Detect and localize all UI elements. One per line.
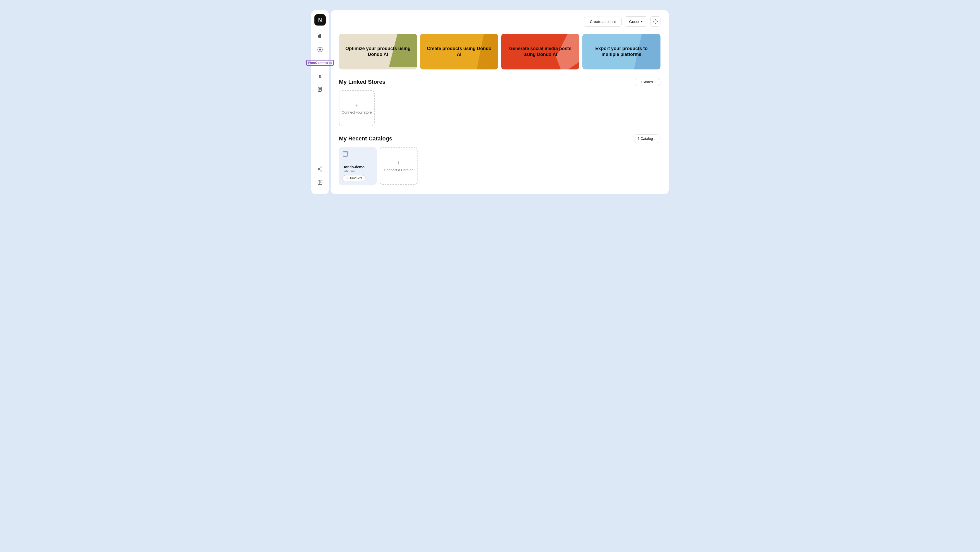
toggle-sidebar-icon[interactable] [314,177,326,188]
svg-point-9 [321,170,322,171]
connect-store-label: Connect your store [342,110,372,114]
catalog-name: Dondo-demo [342,165,364,169]
main-content: Create account Guest ▾ Optimize your pro… [331,10,669,194]
linked-stores-header: My Linked Stores 0 Stores › [339,78,660,86]
catalogs-count-label: 1 Catalog [638,137,653,141]
create-banner[interactable]: Create products using Dondo AI [420,34,498,69]
amazon-letter: a [318,73,321,79]
share-icon[interactable] [314,163,326,175]
sidebar: N S WooCommerce a [311,10,329,194]
catalog-nav-icon[interactable] [314,84,326,95]
woo-commerce-icon[interactable]: WooCommerce [314,57,326,69]
linked-stores-title: My Linked Stores [339,79,385,85]
guest-menu-button[interactable]: Guest ▾ [625,16,647,27]
catalogs-chevron-icon: › [654,137,655,141]
connect-catalog-plus-icon: + [397,160,401,166]
optimize-banner[interactable]: Optimize your products using Dondo AI [339,34,417,69]
svg-rect-12 [318,180,322,185]
catalog-card-icon [342,151,349,159]
connect-store-card[interactable]: + Connect your store [339,90,375,126]
dondo-circle-icon[interactable] [314,44,326,55]
stores-row: + Connect your store [339,90,660,126]
svg-line-11 [319,169,321,170]
svg-point-8 [318,169,319,170]
stores-count-label: 0 Stores [640,80,653,84]
svg-line-10 [319,168,321,169]
header: Create account Guest ▾ [339,16,660,27]
settings-button[interactable] [650,16,660,27]
optimize-banner-text: Optimize your products using Dondo AI [344,46,412,58]
guest-label: Guest [629,19,639,24]
catalogs-row: Dondo-demo February 5 30 Products + Conn… [339,147,660,185]
svg-text:S: S [318,36,320,38]
woo-label: WooCommerce [306,60,334,65]
recent-catalogs-header: My Recent Catalogs 1 Catalog › [339,134,660,143]
stores-count-button[interactable]: 0 Stores › [635,78,660,86]
chevron-down-icon: ▾ [641,19,643,24]
svg-point-7 [321,167,322,168]
create-banner-text: Create products using Dondo AI [425,46,493,58]
stores-chevron-icon: › [654,80,655,84]
shopify-icon[interactable]: S [314,30,326,42]
create-account-button[interactable]: Create account [584,17,622,27]
social-banner[interactable]: Generate social media posts using Dondo … [501,34,579,69]
export-banner-text: Export your products to multiple platfor… [587,46,655,58]
svg-point-2 [319,48,321,50]
catalog-products-badge: 30 Products [342,175,366,181]
banner-row: Optimize your products using Dondo AI Cr… [339,34,660,69]
dondo-demo-catalog-card[interactable]: Dondo-demo February 5 30 Products [339,147,377,185]
connect-catalog-card[interactable]: + Connect a Catalog [380,147,417,185]
connect-store-plus-icon: + [355,102,359,108]
amazon-icon[interactable]: a [314,70,326,82]
export-banner[interactable]: Export your products to multiple platfor… [582,34,660,69]
social-banner-text: Generate social media posts using Dondo … [506,46,574,58]
catalogs-count-button[interactable]: 1 Catalog › [633,134,660,143]
recent-catalogs-title: My Recent Catalogs [339,135,392,142]
connect-catalog-label: Connect a Catalog [384,168,414,172]
catalog-date: February 5 [342,169,357,173]
app-logo[interactable]: N [314,14,326,26]
app-container: N S WooCommerce a [311,10,669,194]
